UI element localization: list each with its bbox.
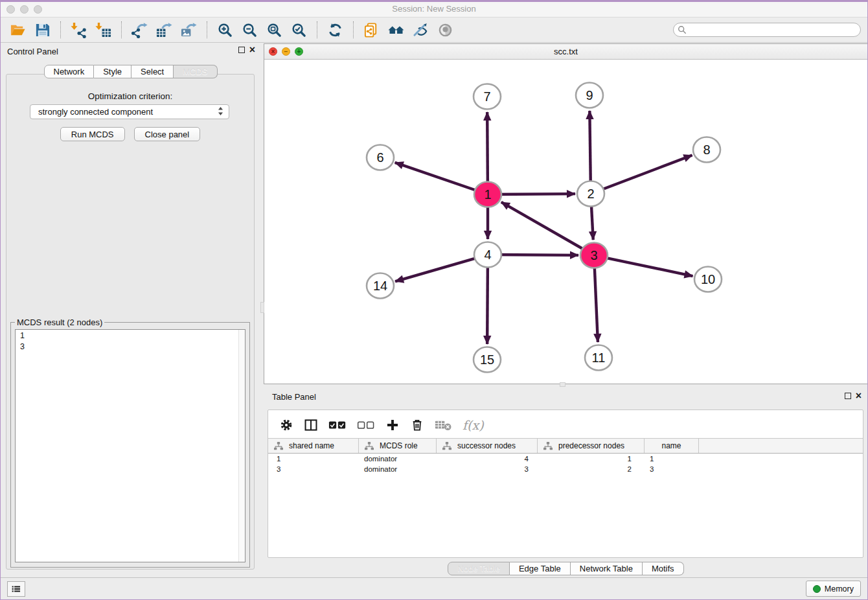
zoom-in-button[interactable]: [214, 20, 236, 40]
mcds-result-list[interactable]: 1 3: [15, 329, 246, 562]
status-bar: Memory: [1, 577, 867, 599]
horizontal-splitter-grip[interactable]: [560, 382, 565, 387]
column-header-name[interactable]: name: [645, 439, 699, 453]
tab-motifs[interactable]: Motifs: [643, 562, 684, 575]
zoom-out-icon: [242, 22, 258, 38]
zoom-out-button[interactable]: [239, 20, 260, 40]
select-all-button[interactable]: [328, 418, 347, 432]
namespace-icon: [543, 442, 553, 450]
cell-successor-nodes: 4: [437, 455, 538, 463]
home-layout-button[interactable]: [385, 20, 407, 40]
search-input[interactable]: [673, 23, 861, 37]
export-network-button[interactable]: [129, 20, 150, 40]
add-column-button[interactable]: [385, 418, 400, 432]
tab-network-table[interactable]: Network Table: [571, 562, 643, 575]
deselect-all-button[interactable]: [357, 418, 375, 432]
import-network-button[interactable]: [68, 20, 89, 40]
tab-network[interactable]: Network: [43, 65, 94, 78]
show-panels-button[interactable]: [7, 581, 25, 597]
tab-mcds[interactable]: MCDS: [174, 65, 217, 78]
graph-edge-1-2[interactable]: [494, 194, 575, 194]
column-header-predecessor-nodes[interactable]: predecessor nodes: [538, 439, 645, 453]
clone-network-button[interactable]: [361, 20, 382, 40]
cell-predecessor-nodes: 1: [538, 455, 645, 463]
graph-node-3[interactable]: 3: [580, 243, 608, 268]
delete-column-button[interactable]: [410, 418, 424, 432]
zoom-selected-button[interactable]: [288, 20, 310, 40]
table-panel-title: Table Panel: [272, 392, 316, 402]
graph-edge-4-3[interactable]: [494, 255, 578, 255]
graph-edge-2-9[interactable]: [589, 111, 591, 187]
table-row[interactable]: 1dominator411: [268, 454, 863, 464]
column-header-MCDS-role[interactable]: MCDS role: [359, 439, 437, 453]
close-panel-icon[interactable]: ×: [249, 46, 255, 54]
tab-style[interactable]: Style: [94, 65, 131, 78]
refresh-view-button[interactable]: [325, 20, 346, 40]
float-panel-icon[interactable]: [238, 47, 245, 53]
birds-eye-view-button[interactable]: [435, 20, 456, 40]
graph-edge-4-15[interactable]: [487, 261, 488, 344]
settings-icon: [279, 418, 293, 432]
vertical-splitter-grip[interactable]: [260, 302, 264, 313]
zoom-selected-icon: [291, 22, 307, 38]
memory-button[interactable]: Memory: [806, 581, 861, 597]
graph-node-15[interactable]: 15: [474, 347, 501, 373]
graph-edge-1-6[interactable]: [395, 163, 482, 192]
graph-node-2[interactable]: 2: [577, 181, 604, 207]
tab-select[interactable]: Select: [131, 65, 174, 78]
graph-node-7[interactable]: 7: [474, 84, 501, 110]
svg-text:2: 2: [587, 187, 594, 201]
column-header-shared-name[interactable]: shared name: [268, 439, 359, 453]
table-row[interactable]: 3dominator323: [268, 464, 863, 474]
graph-edge-3-11[interactable]: [594, 262, 597, 342]
zoom-fit-button[interactable]: [264, 20, 285, 40]
settings-button[interactable]: [279, 418, 293, 432]
mcds-result-title: MCDS result (2 nodes): [15, 317, 104, 327]
graph-edge-2-8[interactable]: [597, 156, 692, 192]
toolbar-group: [68, 20, 114, 40]
graph-node-8[interactable]: 8: [693, 137, 720, 163]
graph-node-4[interactable]: 4: [474, 242, 501, 268]
graph-node-14[interactable]: 14: [367, 273, 394, 299]
show-graphics-details-button[interactable]: [410, 20, 431, 40]
graph-edge-3-1[interactable]: [501, 202, 589, 252]
graph-edge-1-7[interactable]: [487, 112, 488, 188]
tab-node-table[interactable]: Node Table: [448, 562, 510, 575]
close-panel-button[interactable]: Close panel: [134, 127, 201, 141]
window-title: Session: New Session: [1, 4, 867, 14]
column-label: shared name: [289, 441, 334, 450]
network-view-title: scc.txt: [264, 47, 867, 56]
optimization-criterion-select[interactable]: strongly connected component: [30, 104, 229, 119]
export-table-button[interactable]: [154, 20, 175, 40]
import-network-icon: [71, 22, 87, 38]
graph-node-9[interactable]: 9: [576, 83, 603, 108]
tab-edge-table[interactable]: Edge Table: [510, 562, 571, 575]
cell-MCDS-role: dominator: [359, 455, 437, 463]
close-table-panel-icon[interactable]: ×: [856, 392, 862, 400]
export-image-button[interactable]: [178, 20, 200, 40]
save-session-icon: [34, 22, 51, 38]
import-table-button[interactable]: [93, 20, 114, 40]
open-session-button[interactable]: [7, 20, 29, 40]
control-panel-title: Control Panel: [7, 47, 58, 56]
export-table-icon: [156, 22, 172, 38]
graph-edge-4-14[interactable]: [395, 257, 481, 282]
graph-node-10[interactable]: 10: [694, 267, 722, 292]
mcds-result-scrollbar[interactable]: [238, 330, 245, 562]
toolbar-group: [325, 20, 346, 40]
graph-node-1[interactable]: 1: [474, 182, 501, 207]
graph-node-6[interactable]: 6: [367, 145, 394, 170]
network-canvas[interactable]: 7968124314101511: [264, 60, 867, 384]
save-session-button[interactable]: [32, 20, 53, 40]
memory-label: Memory: [825, 584, 854, 594]
optimization-criterion-label: Optimization criterion:: [6, 91, 254, 101]
svg-text:15: 15: [480, 352, 494, 367]
graph-edge-3-10[interactable]: [600, 257, 693, 276]
split-panel-button[interactable]: [304, 418, 318, 432]
run-mcds-button[interactable]: Run MCDS: [60, 127, 125, 141]
float-table-panel-icon[interactable]: [845, 393, 851, 399]
search-field: [673, 23, 861, 37]
column-header-successor-nodes[interactable]: successor nodes: [437, 439, 538, 453]
optimization-criterion-value: strongly connected component: [38, 107, 153, 117]
graph-node-11[interactable]: 11: [585, 345, 612, 371]
